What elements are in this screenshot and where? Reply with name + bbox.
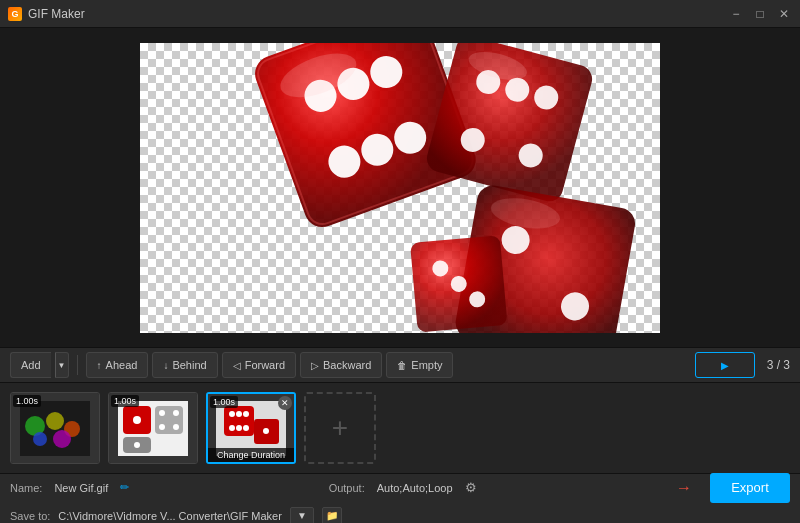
filmstrip: 1.00s 1.00s (0, 383, 800, 473)
preview-area (0, 28, 800, 347)
ahead-button[interactable]: ↑ Ahead (86, 352, 149, 378)
svg-rect-33 (155, 406, 183, 434)
svg-point-43 (229, 411, 235, 417)
output-value: Auto;Auto;Loop (377, 482, 453, 494)
window-controls: − □ ✕ (728, 6, 792, 22)
behind-button[interactable]: ↓ Behind (152, 352, 217, 378)
frame-duration: 1.00s (210, 396, 238, 408)
svg-point-45 (243, 411, 249, 417)
frame-item[interactable]: 1.00s (10, 392, 100, 464)
separator-1 (77, 355, 78, 375)
svg-point-34 (159, 410, 165, 416)
name-value: New Gif.gif (54, 482, 108, 494)
svg-point-46 (229, 425, 235, 431)
svg-point-36 (159, 424, 165, 430)
ahead-icon: ↑ (97, 360, 102, 371)
frame-duration: 1.00s (111, 395, 139, 407)
preview-canvas (140, 43, 660, 333)
add-button[interactable]: Add (10, 352, 51, 378)
save-to-label: Save to: (10, 510, 50, 522)
maximize-button[interactable]: □ (752, 6, 768, 22)
minimize-button[interactable]: − (728, 6, 744, 22)
svg-point-44 (236, 411, 242, 417)
bottom-bar: Name: New Gif.gif ✏ Output: Auto;Auto;Lo… (0, 473, 800, 523)
svg-point-37 (173, 424, 179, 430)
svg-point-48 (243, 425, 249, 431)
export-arrow-icon: → (676, 479, 692, 497)
svg-point-50 (263, 428, 269, 434)
backward-icon: ▷ (311, 360, 319, 371)
svg-rect-42 (224, 406, 254, 436)
svg-point-32 (133, 416, 141, 424)
frame-close-button[interactable]: ✕ (278, 396, 292, 410)
svg-point-35 (173, 410, 179, 416)
svg-point-47 (236, 425, 242, 431)
behind-icon: ↓ (163, 360, 168, 371)
save-path-value: C:\Vidmore\Vidmore V... Converter\GIF Ma… (58, 510, 282, 522)
browse-folder-button[interactable]: 📁 (322, 507, 342, 524)
play-icon: ▶ (721, 360, 729, 371)
save-to-row: Save to: C:\Vidmore\Vidmore V... Convert… (10, 507, 790, 524)
change-duration-button[interactable]: Change Duration (208, 448, 294, 462)
add-dropdown-arrow[interactable]: ▼ (55, 352, 69, 378)
frame-count: 3 / 3 (767, 358, 790, 372)
frame-item-active[interactable]: 1.00s ✕ Change Duration (206, 392, 296, 464)
forward-button[interactable]: ◁ Forward (222, 352, 296, 378)
name-label: Name: (10, 482, 42, 494)
empty-button[interactable]: 🗑 Empty (386, 352, 453, 378)
svg-point-26 (46, 412, 64, 430)
svg-point-29 (53, 430, 71, 448)
output-label: Output: (329, 482, 365, 494)
folder-icon: 📁 (326, 510, 338, 521)
frame-duration: 1.00s (13, 395, 41, 407)
play-button[interactable]: ▶ (695, 352, 755, 378)
add-frame-button[interactable]: + (304, 392, 376, 464)
name-row: Name: New Gif.gif ✏ Output: Auto;Auto;Lo… (10, 473, 790, 503)
backward-button[interactable]: ▷ Backward (300, 352, 382, 378)
export-button[interactable]: Export (710, 473, 790, 503)
output-gear-icon[interactable]: ⚙ (465, 480, 477, 495)
toolbar: Add ▼ ↑ Ahead ↓ Behind ◁ Forward ▷ Backw… (0, 347, 800, 383)
path-dropdown-button[interactable]: ▼ (290, 507, 314, 524)
title-bar: G GIF Maker − □ ✕ (0, 0, 800, 28)
forward-icon: ◁ (233, 360, 241, 371)
app-title: GIF Maker (28, 7, 85, 21)
close-button[interactable]: ✕ (776, 6, 792, 22)
frame-item[interactable]: 1.00s (108, 392, 198, 464)
app-icon: G (8, 7, 22, 21)
title-bar-left: G GIF Maker (8, 7, 85, 21)
dice-preview (140, 43, 660, 333)
chevron-down-icon: ▼ (297, 510, 307, 521)
trash-icon: 🗑 (397, 360, 407, 371)
edit-name-icon[interactable]: ✏ (120, 481, 129, 494)
svg-point-28 (33, 432, 47, 446)
svg-point-39 (134, 442, 140, 448)
